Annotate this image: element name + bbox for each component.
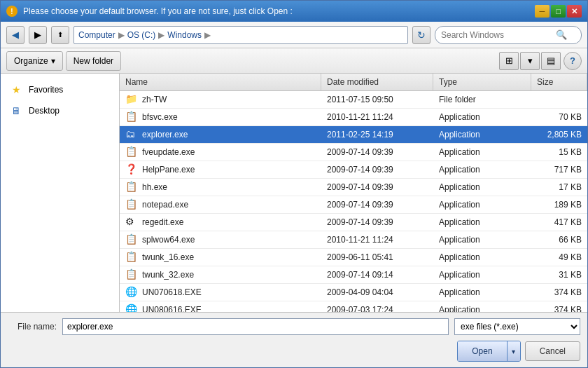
file-list-header: Name Date modified Type Size [120, 74, 587, 91]
help-button[interactable]: ? [564, 52, 582, 70]
column-type[interactable]: Type [433, 74, 531, 90]
file-icon: ⚙ [125, 216, 138, 229]
file-icon: 📁 [125, 93, 138, 106]
file-cell-type: Application [433, 214, 531, 231]
file-icon: 📋 [125, 233, 138, 246]
breadcrumb-item-computer[interactable]: Computer [78, 30, 115, 40]
file-cell-type: Application [433, 301, 531, 312]
table-row[interactable]: 📋 twunk_32.exe 2009-07-14 09:14 Applicat… [120, 266, 587, 284]
favorites-label: Favorites [29, 85, 63, 95]
file-cell-date: 2009-06-11 05:41 [321, 249, 433, 266]
title-bar: ! Please choose your default browser. If… [1, 1, 587, 22]
file-cell-size: 2,805 KB [531, 126, 587, 143]
file-cell-name: 📋 fveupdate.exe [120, 144, 321, 161]
sidebar-item-desktop[interactable]: 🖥 Desktop [1, 100, 119, 121]
file-rows: 📁 zh-TW 2011-07-15 09:50 File folder 📋 b… [120, 91, 587, 312]
desktop-icon: 🖥 [9, 104, 23, 118]
table-row[interactable]: 📋 twunk_16.exe 2009-06-11 05:41 Applicat… [120, 249, 587, 266]
table-row[interactable]: 📋 hh.exe 2009-07-14 09:39 Application 17… [120, 179, 587, 196]
open-dropdown-button[interactable]: ▾ [507, 341, 520, 361]
file-icon: 📋 [125, 111, 138, 123]
column-date[interactable]: Date modified [321, 74, 433, 90]
column-size[interactable]: Size [531, 74, 587, 90]
file-cell-name: 🗂 explorer.exe [120, 126, 321, 143]
file-cell-size: 49 KB [531, 249, 587, 266]
up-button[interactable]: ⬆ [51, 26, 69, 44]
toolbar: Organize ▾ New folder ⊞ ▾ ▤ ? [1, 48, 587, 74]
file-cell-type: Application [433, 161, 531, 178]
bottom-bar: File name: exe files (*.exe)All Files (*… [1, 312, 587, 367]
file-cell-size: 417 KB [531, 214, 587, 231]
file-icon: 📋 [125, 198, 138, 211]
filename-row: File name: exe files (*.exe)All Files (*… [8, 318, 580, 335]
new-folder-label: New folder [74, 56, 113, 66]
file-cell-name: ⚙ regedit.exe [120, 214, 321, 231]
file-cell-size: 374 KB [531, 284, 587, 301]
table-row[interactable]: ❓ HelpPane.exe 2009-07-14 09:39 Applicat… [120, 161, 587, 179]
file-cell-date: 2010-11-21 11:24 [321, 109, 433, 125]
table-row[interactable]: 🌐 UN080616.EXE 2009-07-03 17:24 Applicat… [120, 301, 587, 312]
file-cell-type: File folder [433, 91, 531, 108]
table-row[interactable]: 📋 splwow64.exe 2010-11-21 11:24 Applicat… [120, 231, 587, 249]
breadcrumb-item-windows[interactable]: Windows [167, 30, 202, 40]
cancel-button[interactable]: Cancel [525, 341, 580, 361]
file-cell-type: Application [433, 126, 531, 143]
file-cell-type: Application [433, 109, 531, 125]
desktop-label: Desktop [29, 106, 59, 116]
table-row[interactable]: ⚙ regedit.exe 2009-07-14 09:39 Applicati… [120, 214, 587, 231]
minimize-button[interactable]: ─ [535, 5, 550, 18]
file-cell-name: 📋 splwow64.exe [120, 231, 321, 248]
title-bar-text: Please choose your default browser. If y… [23, 6, 529, 16]
open-button[interactable]: Open [458, 341, 507, 361]
column-name[interactable]: Name [120, 74, 321, 90]
table-row[interactable]: 📋 bfsvc.exe 2010-11-21 11:24 Application… [120, 109, 587, 126]
file-cell-size: 17 KB [531, 179, 587, 196]
back-button[interactable]: ◀ [6, 26, 24, 44]
filetype-select[interactable]: exe files (*.exe)All Files (*.*) [454, 318, 580, 335]
title-bar-icon: ! [6, 6, 18, 17]
file-cell-size [531, 91, 587, 108]
file-cell-name: ❓ HelpPane.exe [120, 161, 321, 178]
table-row[interactable]: 📋 notepad.exe 2009-07-14 09:39 Applicati… [120, 196, 587, 214]
file-cell-type: Application [433, 249, 531, 266]
main-content: ★ Favorites 🖥 Desktop Name Date modified… [1, 74, 587, 312]
file-cell-size: 189 KB [531, 196, 587, 213]
file-cell-date: 2009-07-14 09:39 [321, 161, 433, 178]
view-mode-button[interactable]: ⊞ [499, 52, 519, 70]
organize-button[interactable]: Organize ▾ [6, 51, 63, 71]
table-row[interactable]: 🗂 explorer.exe 2011-02-25 14:19 Applicat… [120, 126, 587, 144]
file-icon: 📋 [125, 251, 138, 264]
file-cell-name: 📋 twunk_32.exe [120, 266, 321, 283]
filename-input[interactable] [62, 318, 449, 335]
refresh-button[interactable]: ↻ [412, 26, 430, 44]
sidebar-item-favorites[interactable]: ★ Favorites [1, 79, 119, 100]
file-cell-size: 70 KB [531, 109, 587, 125]
table-row[interactable]: 🌐 UN070618.EXE 2009-04-09 04:04 Applicat… [120, 284, 587, 301]
file-cell-date: 2009-07-14 09:39 [321, 144, 433, 161]
file-cell-name: 🌐 UN080616.EXE [120, 301, 321, 312]
table-row[interactable]: 📁 zh-TW 2011-07-15 09:50 File folder [120, 91, 587, 109]
pane-button[interactable]: ▤ [541, 52, 561, 70]
breadcrumb-item-drive[interactable]: OS (C:) [127, 30, 156, 40]
file-cell-size: 717 KB [531, 161, 587, 178]
file-cell-date: 2009-07-14 09:14 [321, 266, 433, 283]
new-folder-button[interactable]: New folder [66, 51, 121, 71]
dialog-window: ! Please choose your default browser. If… [0, 0, 588, 368]
action-row: Open ▾ Cancel [8, 341, 580, 362]
close-button[interactable]: ✕ [567, 5, 582, 18]
table-row[interactable]: 📋 fveupdate.exe 2009-07-14 09:39 Applica… [120, 144, 587, 161]
maximize-button[interactable]: □ [551, 5, 566, 18]
file-cell-size: 31 KB [531, 266, 587, 283]
file-cell-type: Application [433, 196, 531, 213]
file-icon: 🌐 [125, 304, 138, 312]
search-icon: 🔍 [556, 29, 567, 40]
file-cell-date: 2009-07-14 09:39 [321, 214, 433, 231]
file-cell-date: 2009-07-03 17:24 [321, 301, 433, 312]
forward-button[interactable]: ▶ [29, 26, 47, 44]
file-icon: ❓ [125, 163, 138, 176]
title-bar-buttons: ─ □ ✕ [535, 5, 582, 18]
file-cell-name: 📋 hh.exe [120, 179, 321, 196]
open-btn-group: Open ▾ [457, 341, 520, 362]
view-dropdown-button[interactable]: ▾ [520, 52, 540, 70]
search-input[interactable] [441, 30, 553, 40]
